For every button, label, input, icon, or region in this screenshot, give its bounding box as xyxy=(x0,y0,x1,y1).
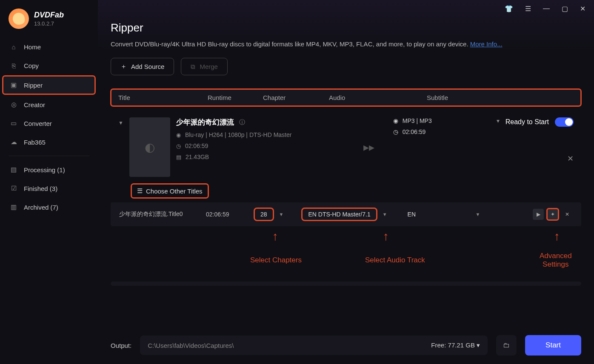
sidebar-label: Finished (3) xyxy=(24,185,57,192)
item-size: 21.43GB xyxy=(186,154,209,160)
sidebar-label: Ripper xyxy=(24,82,43,89)
annotation-overlay: ↑ Select Chapters ↑ Select Audio Track ↑… xyxy=(111,226,581,273)
annotation-audio: Select Audio Track xyxy=(365,256,425,264)
choose-other-titles-button[interactable]: ☰ Choose Other Titles xyxy=(131,184,208,198)
source-item-row: ▼ ◐ 少年派的奇幻漂流 ⓘ ◉Blu-ray | H264 | 1080p |… xyxy=(111,111,581,184)
annotation-advanced: AdvancedSettings xyxy=(540,252,572,269)
output-duration: 02:06:59 xyxy=(403,128,426,135)
finished-icon: ☑ xyxy=(9,184,18,193)
titlebar: 👕 ☰ — ▢ ✕ xyxy=(98,0,594,17)
chevron-down-icon: ▾ xyxy=(497,117,500,124)
browse-folder-button[interactable]: 🗀 xyxy=(496,335,517,355)
sidebar-item-converter[interactable]: ▭ Converter xyxy=(0,114,98,133)
page-title: Ripper xyxy=(111,21,581,34)
archived-icon: ▥ xyxy=(9,203,18,211)
close-icon[interactable]: ✕ xyxy=(580,5,585,13)
sidebar-item-ripper[interactable]: ▣ Ripper xyxy=(3,76,95,94)
chevron-down-icon[interactable]: ▼ xyxy=(383,212,387,217)
nav-divider xyxy=(9,156,89,156)
clock-icon: ◷ xyxy=(393,128,398,135)
sidebar-label: Creator xyxy=(24,101,45,108)
more-info-link[interactable]: More Info... xyxy=(470,40,503,48)
horizontal-scrollbar[interactable] xyxy=(111,282,581,286)
info-icon[interactable]: ⓘ xyxy=(239,119,245,126)
creator-icon: ◎ xyxy=(9,100,18,109)
subtitle-selector[interactable]: EN xyxy=(402,208,470,220)
chevron-down-icon[interactable]: ▼ xyxy=(279,212,284,217)
folder-icon: 🗀 xyxy=(503,341,510,349)
start-button[interactable]: Start xyxy=(525,335,581,355)
annotation-arrow-icon: ↑ xyxy=(383,230,389,243)
annotation-arrow-icon: ↑ xyxy=(272,230,278,243)
table-header: Title Runtime Chapter Audio Subtitle xyxy=(111,89,581,106)
sidebar-item-finished[interactable]: ☑ Finished (3) xyxy=(0,179,98,198)
title-sub-row: 少年派的奇幻漂流.Title0 02:06:59 28 ▼ EN DTS-HD … xyxy=(111,202,581,226)
free-space-text: Free: 77.21 GB ▾ xyxy=(431,341,480,349)
remove-title-button[interactable]: ✕ xyxy=(562,209,573,220)
arrow-right-icon: ▸▸ xyxy=(363,141,374,154)
subrow-title: 少年派的奇幻漂流.Title0 xyxy=(119,210,200,218)
theme-icon[interactable]: 👕 xyxy=(505,5,513,13)
advanced-settings-button[interactable]: ✦ xyxy=(547,209,558,220)
sidebar-item-processing[interactable]: ▤ Processing (1) xyxy=(0,160,98,179)
minimize-icon[interactable]: — xyxy=(543,5,550,12)
sidebar-item-fab365[interactable]: ☁ Fab365 xyxy=(0,133,98,151)
sidebar-item-creator[interactable]: ◎ Creator xyxy=(0,95,98,114)
menu-icon[interactable]: ☰ xyxy=(525,5,531,13)
list-icon: ☰ xyxy=(137,187,143,195)
add-source-button[interactable]: ＋ Add Source xyxy=(111,58,174,75)
output-path: C:\Users\fab\Videos\Captures\ xyxy=(148,342,234,349)
disc-icon: ◉ xyxy=(176,132,181,138)
output-label: Output: xyxy=(111,342,131,349)
sidebar-label: Archived (7) xyxy=(24,204,58,211)
fab365-icon: ☁ xyxy=(9,138,18,146)
sidebar-label: Converter xyxy=(24,120,52,127)
column-chapter: Chapter xyxy=(263,94,329,101)
sidebar-item-home[interactable]: ⌂ Home xyxy=(0,37,98,56)
audio-track-selector[interactable]: EN DTS-HD Master/7.1 xyxy=(302,208,376,220)
app-name: DVDFab xyxy=(34,11,64,20)
sidebar-label: Fab365 xyxy=(24,139,46,146)
plus-icon: ＋ xyxy=(120,63,127,71)
sidebar: DVDFab 13.0.2.7 ⌂ Home ⎘ Copy ▣ Ripper ◎… xyxy=(0,0,98,364)
sidebar-label: Copy xyxy=(24,62,39,69)
audio-format-icon: ◉ xyxy=(393,117,398,124)
chapter-selector[interactable]: 28 xyxy=(254,208,273,220)
merge-icon: ⧉ xyxy=(191,63,195,71)
output-bar: Output: C:\Users\fab\Videos\Captures\ Fr… xyxy=(98,329,594,364)
thumbnail: ◐ xyxy=(129,117,170,177)
output-path-selector[interactable]: C:\Users\fab\Videos\Captures\ Free: 77.2… xyxy=(140,336,488,355)
main-panel: 👕 ☰ — ▢ ✕ Ripper Convert DVD/Blu-ray/4K … xyxy=(98,0,594,364)
column-title: Title xyxy=(118,94,208,101)
merge-button[interactable]: ⧉ Merge xyxy=(181,58,228,75)
clock-icon: ◷ xyxy=(176,143,181,149)
sidebar-item-archived[interactable]: ▥ Archived (7) xyxy=(0,198,98,216)
storage-icon: ▤ xyxy=(176,154,181,160)
item-format: Blu-ray | H264 | 1080p | DTS-HD Master xyxy=(185,131,292,138)
app-version: 13.0.2.7 xyxy=(34,20,64,27)
ripper-icon: ▣ xyxy=(9,81,18,89)
sidebar-label: Home xyxy=(24,43,41,51)
output-format-selector[interactable]: ◉ MP3 | MP3 ▾ xyxy=(393,117,500,124)
app-logo-icon xyxy=(9,9,29,29)
annotation-chapters: Select Chapters xyxy=(250,256,302,264)
processing-icon: ▤ xyxy=(9,165,18,174)
item-title: 少年派的奇幻漂流 xyxy=(176,117,234,127)
toolbar: ＋ Add Source ⧉ Merge xyxy=(111,58,581,75)
chevron-down-icon[interactable]: ▼ xyxy=(118,120,123,126)
column-audio: Audio xyxy=(329,94,427,101)
column-subtitle: Subtitle xyxy=(427,94,574,101)
maximize-icon[interactable]: ▢ xyxy=(562,5,568,13)
copy-icon: ⎘ xyxy=(9,61,18,70)
remove-item-button[interactable]: ✕ xyxy=(567,154,574,163)
converter-icon: ▭ xyxy=(9,119,18,128)
enable-toggle[interactable] xyxy=(555,117,574,127)
sidebar-item-copy[interactable]: ⎘ Copy xyxy=(0,56,98,75)
sidebar-label: Processing (1) xyxy=(24,166,65,173)
column-runtime: Runtime xyxy=(208,94,263,101)
page-description: Convert DVD/Blu-ray/4K Ultra HD Blu-ray … xyxy=(111,40,581,48)
item-duration: 02:06:59 xyxy=(185,142,208,149)
play-preview-button[interactable]: ▶ xyxy=(533,209,544,220)
item-status: Ready to Start xyxy=(505,118,549,126)
chevron-down-icon[interactable]: ▼ xyxy=(476,212,480,217)
